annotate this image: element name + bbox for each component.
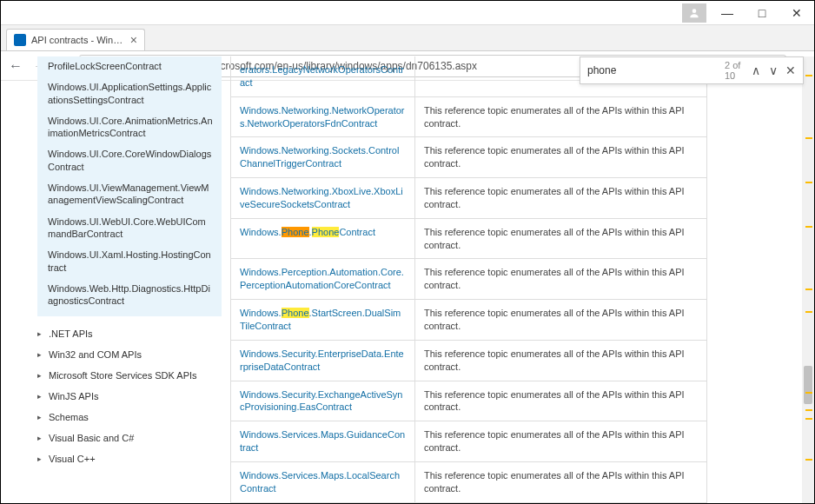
window-maximize-button[interactable]: □ (745, 1, 779, 25)
nav-section[interactable]: Visual C++ (37, 448, 222, 469)
table-row: Windows.Networking.XboxLive.XboxLiveSecu… (231, 178, 707, 219)
contract-description: This reference topic enumerates all of t… (415, 137, 707, 178)
tab-strip: API contracts - Windows × (1, 25, 814, 51)
find-prev-button[interactable]: ∧ (751, 63, 761, 77)
contract-link-cell: Windows.Phone.PhoneContract (231, 218, 415, 259)
nav-tree-item[interactable]: Windows.UI.Core.AnimationMetrics.Animati… (44, 110, 216, 144)
nav-tree-item[interactable]: Windows.UI.Xaml.Hosting.HostingContract (44, 244, 216, 278)
contract-link[interactable]: Windows.Networking.XboxLive.XboxLiveSecu… (240, 186, 403, 209)
contract-link[interactable]: Windows.Perception.Automation.Core.Perce… (240, 267, 404, 290)
nav-section[interactable]: WinJS APIs (37, 386, 222, 407)
contract-description: This reference topic enumerates all of t… (415, 421, 707, 462)
nav-tree: ProfileLockScreenContractWindows.UI.Appl… (37, 56, 222, 316)
contract-description: This reference topic enumerates all of t… (415, 461, 707, 502)
nav-tree-item[interactable]: Windows.UI.Core.CoreWindowDialogsContrac… (44, 143, 216, 177)
contract-link[interactable]: Windows.Services.Maps.GuidanceContract (240, 429, 405, 453)
window-titlebar: — □ ✕ (1, 1, 814, 25)
tab-close-icon[interactable]: × (130, 33, 137, 47)
find-highlight: Phone (282, 227, 309, 237)
find-close-button[interactable]: ✕ (785, 63, 796, 77)
table-row: Windows.Services.Maps.LocalSearchContrac… (231, 461, 707, 502)
nav-tree-item[interactable]: Windows.Web.Http.Diagnostics.HttpDiagnos… (44, 278, 216, 312)
window-close-button[interactable]: ✕ (779, 1, 814, 25)
nav-section[interactable]: Microsoft Store Services SDK APIs (37, 365, 222, 386)
contract-description: This reference topic enumerates all of t… (415, 340, 707, 381)
contract-link[interactable]: erators.LegacyNetworkOperatorsContract (240, 64, 404, 88)
nav-section[interactable]: Schemas (37, 407, 222, 428)
table-row: Windows.Security.ExchangeActiveSyncProvi… (231, 381, 707, 421)
contract-link-cell: Windows.Services.Maps.GuidanceContract (231, 421, 415, 462)
contract-link-cell: Windows.Phone.StartScreen.DualSimTileCon… (231, 300, 415, 341)
nav-tree-item[interactable]: Windows.UI.ViewManagement.ViewManagement… (44, 177, 216, 211)
contract-link-cell: Windows.Security.ExchangeActiveSyncProvi… (231, 381, 415, 421)
contract-link-cell: erators.LegacyNetworkOperatorsContract (231, 56, 415, 96)
find-highlight: Phone (282, 308, 309, 318)
svg-point-0 (692, 9, 697, 13)
table-row: Windows.Networking.Sockets.ControlChanne… (231, 137, 707, 178)
vertical-scrollbar[interactable] (802, 56, 814, 503)
browser-tab[interactable]: API contracts - Windows × (6, 29, 145, 50)
contract-description: This reference topic enumerates all of t… (415, 96, 707, 137)
contract-description: This reference topic enumerates all of t… (415, 259, 707, 300)
main-panel: erators.LegacyNetworkOperatorsContractWi… (230, 56, 814, 503)
nav-section[interactable]: Visual Basic and C# (37, 428, 222, 448)
table-row: Windows.Services.Maps.GuidanceContractTh… (231, 421, 707, 462)
contract-link[interactable]: Windows.Phone.PhoneContract (240, 227, 375, 237)
nav-section[interactable]: Win32 and COM APIs (37, 344, 222, 365)
contract-link-cell: Windows.Networking.NetworkOperators.Netw… (231, 96, 415, 137)
table-row: Windows.Perception.Automation.Core.Perce… (231, 259, 707, 300)
contract-link[interactable]: Windows.Security.ExchangeActiveSyncProvi… (240, 389, 403, 413)
tab-title: API contracts - Windows (31, 35, 125, 45)
contract-link[interactable]: Windows.Networking.NetworkOperators.Netw… (240, 105, 405, 129)
find-in-page-bar: 2 of 10 ∧ ∨ ✕ (580, 56, 804, 84)
table-row: Windows.Networking.NetworkOperators.Netw… (231, 96, 707, 137)
page-content: ProfileLockScreenContractWindows.UI.Appl… (1, 56, 814, 503)
contract-link-cell: Windows.Services.Maps.LocalSearchContrac… (231, 461, 415, 502)
contract-link[interactable]: Windows.Services.Maps.LocalSearchContrac… (240, 470, 400, 494)
table-row: Windows.Security.EnterpriseData.Enterpri… (231, 340, 707, 381)
contract-link[interactable]: Windows.Networking.Sockets.ControlChanne… (240, 145, 399, 169)
scrollbar-thumb[interactable] (804, 366, 812, 404)
find-highlight: Phone (312, 227, 340, 237)
find-input[interactable] (587, 64, 718, 76)
contract-link[interactable]: Windows.Security.EnterpriseData.Enterpri… (240, 348, 404, 372)
contract-description: This reference topic enumerates all of t… (415, 300, 707, 341)
contract-description: This reference topic enumerates all of t… (415, 381, 707, 421)
nav-tree-item[interactable]: Windows.UI.ApplicationSettings.Applicati… (44, 76, 216, 110)
contract-link[interactable]: Windows.Phone.StartScreen.DualSimTileCon… (240, 308, 401, 331)
find-next-button[interactable]: ∨ (768, 63, 779, 77)
contract-link-cell: Windows.Networking.XboxLive.XboxLiveSecu… (231, 178, 415, 219)
contract-link-cell: Windows.Security.EnterpriseData.Enterpri… (231, 340, 415, 381)
nav-section[interactable]: .NET APIs (37, 323, 222, 344)
nav-tree-item[interactable]: ProfileLockScreenContract (44, 60, 216, 76)
api-contracts-table: erators.LegacyNetworkOperatorsContractWi… (230, 56, 707, 503)
contract-link-cell: Windows.Perception.Automation.Core.Perce… (231, 259, 415, 300)
contract-link-cell: Windows.Networking.Sockets.ControlChanne… (231, 137, 415, 178)
find-counter: 2 of 10 (725, 60, 744, 81)
user-avatar[interactable] (682, 3, 706, 23)
favicon-icon (14, 34, 26, 46)
nav-tree-item[interactable]: Windows.UI.WebUI.Core.WebUICommandBarCon… (44, 211, 216, 245)
window-minimize-button[interactable]: — (710, 1, 745, 25)
table-row: Windows.Phone.StartScreen.DualSimTileCon… (231, 300, 707, 341)
contract-description: This reference topic enumerates all of t… (415, 218, 707, 259)
contract-description: This reference topic enumerates all of t… (415, 178, 707, 219)
table-row: Windows.Phone.PhoneContractThis referenc… (231, 218, 707, 259)
nav-sidebar: ProfileLockScreenContractWindows.UI.Appl… (1, 56, 230, 503)
